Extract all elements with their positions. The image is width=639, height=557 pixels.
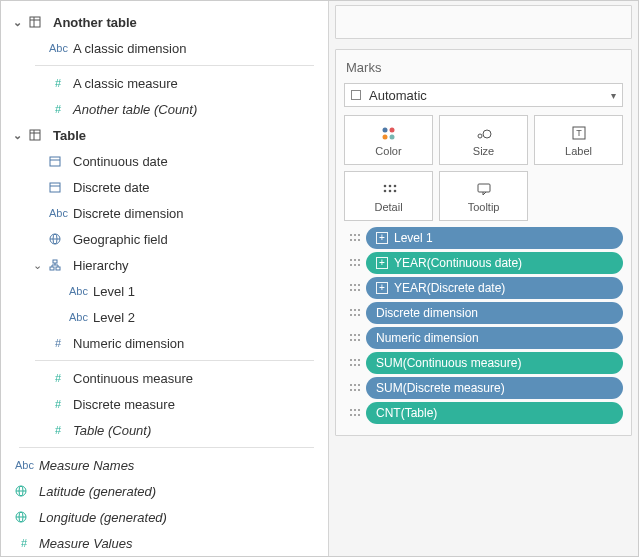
pill-row: + YEAR(Continuous date) (344, 252, 623, 274)
field-type-icon: # (49, 103, 67, 115)
svg-point-87 (354, 414, 356, 416)
detail-icon[interactable] (344, 307, 366, 319)
detail-shelf[interactable]: Detail (344, 171, 433, 221)
label-shelf[interactable]: T Label (534, 115, 623, 165)
data-pane[interactable]: ⌄ Another table Abc A classic dimension … (1, 1, 329, 556)
expand-icon[interactable]: + (376, 257, 388, 269)
expand-icon[interactable]: + (376, 282, 388, 294)
field-item[interactable]: Longitude (generated) (5, 504, 324, 530)
field-item[interactable]: # Numeric dimension (5, 330, 324, 356)
field-type-icon: # (49, 77, 67, 89)
svg-point-68 (350, 339, 352, 341)
field-item[interactable]: Geographic field (5, 226, 324, 252)
svg-point-60 (354, 309, 356, 311)
detail-icon[interactable] (344, 382, 366, 394)
field-item[interactable]: ⌄ Hierarchy (5, 252, 324, 278)
table-name: Another table (53, 15, 137, 30)
field-item[interactable]: Abc A classic dimension (5, 35, 324, 61)
pill-label: Level 1 (394, 231, 433, 245)
svg-rect-13 (53, 260, 57, 263)
field-item[interactable]: Abc Discrete dimension (5, 200, 324, 226)
pill-row: SUM(Discrete measure) (344, 377, 623, 399)
svg-point-51 (354, 264, 356, 266)
expand-icon[interactable]: + (376, 232, 388, 244)
svg-point-39 (393, 189, 396, 192)
table-header[interactable]: ⌄ Table (5, 122, 324, 148)
marks-type-dropdown[interactable]: Automatic ▾ (344, 83, 623, 107)
detail-icon[interactable] (344, 332, 366, 344)
field-pill[interactable]: SUM(Continuous measure) (366, 352, 623, 374)
field-item[interactable]: Abc Measure Names (5, 452, 324, 478)
field-item[interactable]: Abc Level 1 (5, 278, 324, 304)
field-label: Measure Names (39, 458, 134, 473)
svg-rect-8 (50, 183, 60, 192)
field-label: Continuous date (73, 154, 168, 169)
field-item[interactable]: # Discrete measure (5, 391, 324, 417)
field-item[interactable]: # Another table (Count) (5, 96, 324, 122)
field-item[interactable]: Discrete date (5, 174, 324, 200)
collapse-caret-icon[interactable]: ⌄ (11, 16, 23, 29)
svg-point-63 (354, 314, 356, 316)
marks-type-label: Automatic (369, 88, 427, 103)
svg-point-58 (358, 289, 360, 291)
field-pill[interactable]: + YEAR(Continuous date) (366, 252, 623, 274)
svg-point-29 (389, 134, 394, 139)
field-pill[interactable]: Numeric dimension (366, 327, 623, 349)
table-header[interactable]: ⌄ Another table (5, 9, 324, 35)
field-item[interactable]: # Table (Count) (5, 417, 324, 443)
svg-point-41 (350, 234, 352, 236)
field-pill[interactable]: CNT(Table) (366, 402, 623, 424)
field-type-icon (49, 259, 67, 271)
tooltip-shelf[interactable]: Tooltip (439, 171, 528, 221)
svg-point-45 (354, 239, 356, 241)
marks-card: Marks Automatic ▾ Color SizeT Label Deta… (335, 49, 632, 436)
field-item[interactable]: # Measure Values (5, 530, 324, 556)
detail-icon[interactable] (344, 257, 366, 269)
svg-point-55 (358, 284, 360, 286)
field-pill[interactable]: + Level 1 (366, 227, 623, 249)
svg-point-72 (354, 359, 356, 361)
svg-point-31 (483, 130, 491, 138)
color-shelf[interactable]: Color (344, 115, 433, 165)
field-pill[interactable]: Discrete dimension (366, 302, 623, 324)
collapse-caret-icon[interactable]: ⌄ (11, 129, 23, 142)
svg-rect-3 (30, 130, 40, 140)
detail-icon (381, 180, 397, 198)
field-label: Latitude (generated) (39, 484, 156, 499)
svg-point-36 (393, 184, 396, 187)
field-label: Level 2 (93, 310, 135, 325)
color-icon (381, 124, 397, 142)
field-item[interactable]: Abc Level 2 (5, 304, 324, 330)
shelf-label: Detail (374, 201, 402, 213)
field-type-icon (15, 511, 33, 523)
field-item[interactable]: # A classic measure (5, 70, 324, 96)
field-label: Geographic field (73, 232, 168, 247)
field-pill[interactable]: SUM(Discrete measure) (366, 377, 623, 399)
pill-label: YEAR(Continuous date) (394, 256, 522, 270)
detail-icon[interactable] (344, 282, 366, 294)
field-item[interactable]: # Continuous measure (5, 365, 324, 391)
detail-icon[interactable] (344, 357, 366, 369)
field-label: Discrete measure (73, 397, 175, 412)
svg-rect-15 (56, 267, 60, 270)
svg-point-50 (350, 264, 352, 266)
field-item[interactable]: Continuous date (5, 148, 324, 174)
svg-point-85 (358, 409, 360, 411)
detail-icon[interactable] (344, 407, 366, 419)
field-pill[interactable]: + YEAR(Discrete date) (366, 277, 623, 299)
svg-point-47 (350, 259, 352, 261)
field-type-icon: Abc (49, 207, 67, 219)
pill-row: + Level 1 (344, 227, 623, 249)
shelf-label: Size (473, 145, 494, 157)
collapse-caret-icon[interactable]: ⌄ (31, 259, 43, 272)
pill-row: + YEAR(Discrete date) (344, 277, 623, 299)
pill-row: SUM(Continuous measure) (344, 352, 623, 374)
detail-icon[interactable] (344, 232, 366, 244)
dropdown-caret-icon: ▾ (611, 90, 616, 101)
svg-rect-40 (478, 184, 490, 192)
svg-rect-0 (30, 17, 40, 27)
field-item[interactable]: Latitude (generated) (5, 478, 324, 504)
size-shelf[interactable]: Size (439, 115, 528, 165)
svg-point-26 (382, 127, 387, 132)
dim-measure-separator (35, 65, 314, 66)
